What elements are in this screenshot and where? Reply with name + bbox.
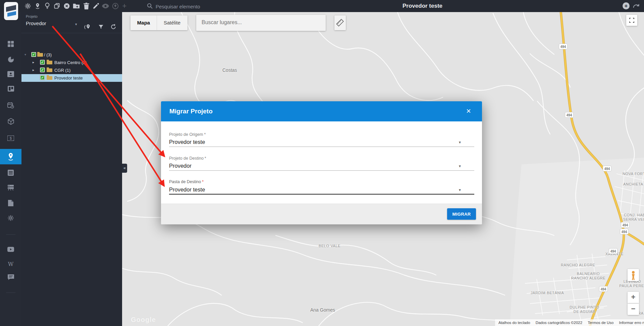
map-label-jardim-betania: JARDIM BETÂNIA	[531, 291, 564, 295]
copy-layers-icon[interactable]	[53, 2, 61, 10]
zoom-in-button[interactable]: +	[628, 292, 639, 303]
destination-project-label: Projeto de Destino*	[169, 156, 206, 161]
map-label-line: DE AGUIAR	[574, 310, 595, 314]
route-shield: 494	[559, 44, 568, 49]
google-logo: Google	[131, 316, 156, 324]
calendar-clock-icon[interactable]	[0, 102, 21, 109]
map-label-line: BALNEARIO	[577, 272, 600, 276]
field-underline	[169, 170, 474, 171]
attribution-map-data: Dados cartográficos ©2022	[536, 321, 583, 325]
tree-expand-icon[interactable]: ▸	[33, 60, 34, 64]
folder-icon	[37, 53, 43, 57]
youtube-icon[interactable]	[0, 247, 21, 252]
origin-project-select[interactable]: Provedor teste	[169, 139, 205, 145]
measure-tool-button[interactable]	[334, 15, 346, 30]
page-title: Provedor teste	[402, 0, 442, 12]
tree-item-label[interactable]: / (3)	[44, 52, 52, 57]
list-document-icon[interactable]	[0, 170, 21, 176]
collapse-panel-button[interactable]: «	[122, 164, 127, 173]
billing-icon[interactable]: $	[0, 135, 21, 141]
dashboard-grid-icon[interactable]	[0, 41, 21, 47]
tree-item-label[interactable]: Provedor teste	[54, 75, 83, 80]
checkbox-checked-icon[interactable]: ✓	[31, 52, 36, 57]
add-pin-icon[interactable]	[34, 2, 42, 10]
settings-gear-icon[interactable]	[0, 215, 21, 221]
cancel-circle-icon[interactable]	[63, 2, 71, 10]
sidebar-divider	[6, 292, 15, 293]
chevron-down-icon[interactable]: ▼	[458, 188, 462, 192]
zoom-out-icon: −	[631, 305, 636, 313]
required-asterisk: *	[202, 179, 204, 184]
map-label-balneario: BALNEARIO RANCHO ALEGRE	[568, 272, 608, 280]
pin-circle-icon[interactable]	[111, 2, 119, 10]
checkbox-checked-icon[interactable]: ✓	[40, 75, 45, 80]
field-label-text: Pasta de Destino	[169, 179, 201, 184]
map-label-rancho-alegre: RANCHO ALEGRE	[561, 263, 595, 267]
checkbox-checked-icon[interactable]: ✓	[40, 67, 45, 72]
places-search-input[interactable]	[201, 19, 316, 26]
wikipedia-icon[interactable]: W	[0, 261, 21, 267]
tree-row-root[interactable]: ▾ ✓ / (3)	[21, 51, 122, 59]
chevron-down-icon[interactable]: ▼	[458, 164, 462, 168]
file-report-icon[interactable]	[0, 200, 21, 206]
edit-pencil-icon[interactable]	[92, 2, 100, 10]
tree-expand-icon[interactable]: ▸	[33, 68, 34, 72]
map-label-ana-gomes: Ana Gomes	[310, 307, 335, 313]
svg-text:$: $	[10, 137, 12, 140]
dialog-header: Migrar Projeto ×	[161, 101, 482, 121]
map-type-control: Mapa Satélite	[130, 15, 187, 30]
field-underline-focused	[169, 194, 474, 195]
visibility-eye-icon[interactable]	[101, 2, 109, 10]
tree-row-bairro-centro[interactable]: ▸ ✓ Bairro Centro (2)	[21, 59, 122, 66]
map-type-satellite-button[interactable]: Satélite	[157, 15, 187, 30]
fullscreen-button[interactable]	[626, 15, 637, 26]
chevron-down-icon[interactable]: ▾	[75, 22, 77, 26]
sidebar-divider	[6, 234, 15, 235]
places-search-box[interactable]	[196, 15, 326, 31]
zoom-in-icon: +	[631, 293, 636, 301]
tree-item-label[interactable]: CGR (1)	[54, 68, 70, 73]
add-folder-icon[interactable]	[72, 2, 80, 10]
server-rack-icon[interactable]	[0, 184, 21, 191]
contact-card-icon[interactable]	[0, 71, 21, 77]
add-circle-button[interactable]: +	[623, 2, 630, 9]
app-logo[interactable]	[4, 2, 18, 20]
zoom-out-button[interactable]: −	[628, 304, 639, 315]
redo-icon[interactable]	[633, 3, 640, 9]
close-icon[interactable]: ×	[464, 106, 473, 116]
project-select[interactable]: Provedor	[26, 20, 46, 26]
attribution-terms[interactable]: Termos de Uso	[588, 321, 613, 325]
trash-icon[interactable]	[82, 2, 90, 10]
map-label-conj-hab: CONJ. HAB SERRA VER	[621, 213, 644, 222]
destination-project-select[interactable]: Provedor	[169, 163, 192, 169]
lightbulb-icon[interactable]	[43, 2, 51, 10]
filter-icon[interactable]	[98, 23, 104, 30]
attribution-keyboard-shortcuts[interactable]: Atalhos do teclado	[498, 321, 530, 325]
search-icon	[147, 3, 153, 9]
destination-folder-select[interactable]: Provedor teste	[169, 186, 205, 193]
add-element-icon[interactable]: +	[120, 2, 128, 10]
tree-item-label[interactable]: Bairro Centro (2)	[54, 60, 87, 65]
element-search-input[interactable]	[155, 0, 264, 13]
route-shield: 494	[565, 112, 574, 118]
attribution-report-error[interactable]: Informar erro no mapa	[619, 321, 644, 325]
tree-collapse-icon[interactable]: ▾	[24, 53, 26, 56]
refresh-icon[interactable]	[110, 23, 117, 30]
sidebar-item-map-active[interactable]	[0, 149, 21, 164]
tree-row-provedor-teste-selected[interactable]: ✓ Provedor teste	[21, 74, 122, 82]
chat-icon[interactable]	[0, 274, 21, 280]
box-3d-icon[interactable]	[0, 118, 21, 125]
pegman-button[interactable]	[628, 269, 639, 281]
kanban-board-icon[interactable]	[0, 86, 21, 92]
tree-row-cgr[interactable]: ▸ ✓ CGR (1)	[21, 66, 122, 74]
settings-gear-icon[interactable]	[24, 2, 32, 10]
pie-chart-icon[interactable]	[0, 56, 21, 63]
map-type-map-button[interactable]: Mapa	[130, 15, 157, 30]
chevron-down-icon[interactable]: ▼	[458, 141, 462, 144]
migrate-button[interactable]: MIGRAR	[447, 208, 476, 220]
checkbox-checked-icon[interactable]: ✓	[40, 60, 45, 65]
folder-icon	[47, 61, 52, 64]
route-shield: 494	[599, 286, 608, 292]
locate-project-button[interactable]	[84, 23, 91, 31]
map-label-line: RANCHO ALEGRE	[571, 276, 606, 280]
